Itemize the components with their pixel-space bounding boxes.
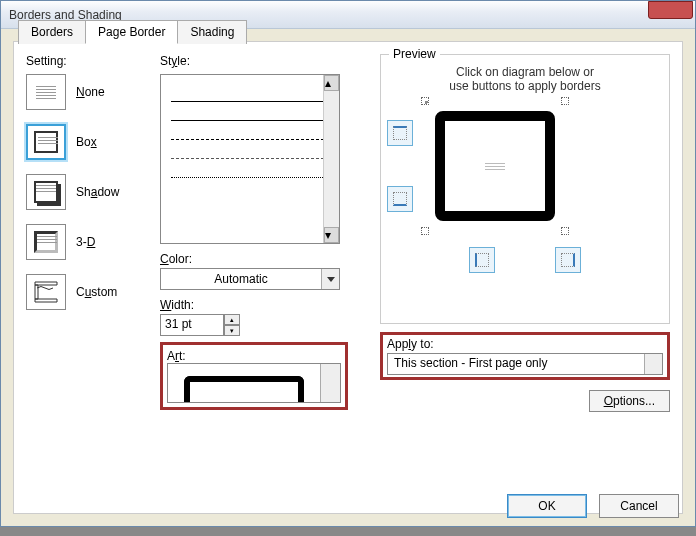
- style-scrollbar[interactable]: ▴ ▾: [323, 75, 339, 243]
- border-left-icon: [475, 253, 489, 267]
- apply-to-combo[interactable]: This section - First page only: [387, 353, 663, 375]
- width-label: Width:: [160, 298, 360, 312]
- preview-label: Preview: [389, 47, 440, 61]
- border-right-button[interactable]: [555, 247, 581, 273]
- color-label: Color:: [160, 252, 360, 266]
- setting-box-label: Box: [76, 135, 97, 149]
- border-top-icon: [393, 126, 407, 140]
- preview-diagram[interactable]: [425, 101, 565, 231]
- chevron-down-icon[interactable]: [320, 364, 340, 402]
- art-label: Art:: [167, 349, 186, 363]
- setting-label: Setting:: [26, 54, 156, 68]
- ok-button[interactable]: OK: [507, 494, 587, 518]
- cancel-button[interactable]: Cancel: [599, 494, 679, 518]
- width-value: 31 pt: [160, 314, 224, 336]
- setting-3d[interactable]: 3-D: [26, 224, 156, 260]
- color-value: Automatic: [161, 272, 321, 286]
- border-bottom-button[interactable]: [387, 186, 413, 212]
- setting-3d-label: 3-D: [76, 235, 95, 249]
- apply-to-label: Apply to:: [387, 337, 434, 351]
- art-preview: [168, 364, 320, 402]
- art-combo[interactable]: [167, 363, 341, 403]
- setting-none[interactable]: None: [26, 74, 156, 110]
- preview-column: Preview Click on diagram below oruse but…: [380, 54, 670, 501]
- chevron-down-icon[interactable]: [644, 354, 662, 374]
- setting-column: Setting: None Box Shadow 3-D: [26, 54, 156, 501]
- dialog-body: Borders Page Border Shading Setting: Non…: [13, 41, 683, 514]
- preview-hint: Click on diagram below oruse buttons to …: [387, 65, 663, 93]
- border-top-button[interactable]: [387, 120, 413, 146]
- preview-group: Preview Click on diagram below oruse but…: [380, 54, 670, 324]
- apply-to-group-highlight: Apply to: This section - First page only: [380, 332, 670, 380]
- spinner-up-icon[interactable]: ▴: [224, 314, 240, 325]
- setting-custom[interactable]: Custom: [26, 274, 156, 310]
- color-combo[interactable]: Automatic: [160, 268, 340, 290]
- spinner-down-icon[interactable]: ▾: [224, 325, 240, 336]
- art-group-highlight: Art:: [160, 342, 348, 410]
- setting-box[interactable]: Box: [26, 124, 156, 160]
- scroll-up-icon[interactable]: ▴: [324, 75, 339, 91]
- style-listbox[interactable]: ▴ ▾: [160, 74, 340, 244]
- border-right-icon: [561, 253, 575, 267]
- options-button[interactable]: Options...: [589, 390, 670, 412]
- style-column: Style: ▴ ▾ Color: [160, 54, 360, 501]
- border-left-button[interactable]: [469, 247, 495, 273]
- dialog-footer: OK Cancel: [507, 494, 679, 518]
- setting-custom-label: Custom: [76, 285, 117, 299]
- custom-icon: [33, 280, 59, 304]
- tab-shading[interactable]: Shading: [177, 20, 247, 44]
- scroll-down-icon[interactable]: ▾: [324, 227, 339, 243]
- chevron-down-icon[interactable]: [321, 269, 339, 289]
- setting-shadow-label: Shadow: [76, 185, 119, 199]
- close-button[interactable]: [648, 1, 693, 19]
- tab-strip: Borders Page Border Shading: [18, 20, 246, 44]
- style-label: Style:: [160, 54, 360, 68]
- setting-none-label: None: [76, 85, 105, 99]
- apply-to-value: This section - First page only: [388, 354, 644, 374]
- borders-shading-dialog: Borders and Shading Borders Page Border …: [0, 0, 696, 527]
- setting-shadow[interactable]: Shadow: [26, 174, 156, 210]
- width-spinner[interactable]: 31 pt ▴ ▾: [160, 314, 240, 336]
- tab-borders[interactable]: Borders: [18, 20, 86, 44]
- tab-page-border[interactable]: Page Border: [85, 20, 178, 44]
- border-bottom-icon: [393, 192, 407, 206]
